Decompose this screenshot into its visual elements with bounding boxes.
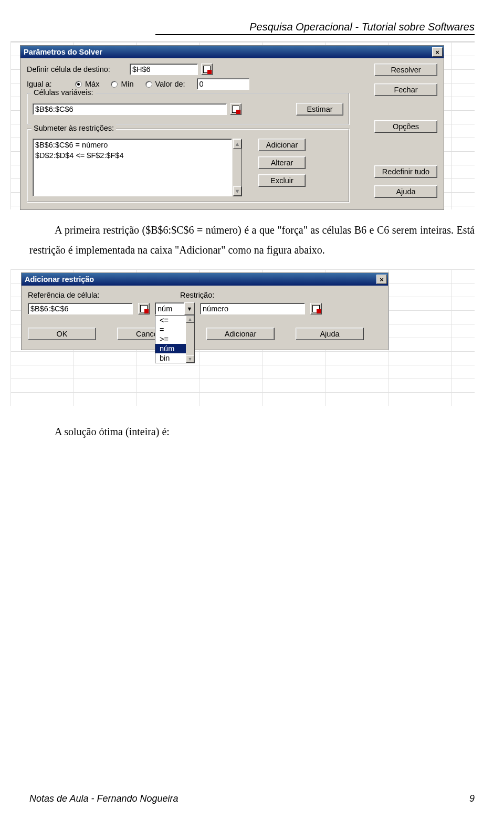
chevron-down-icon[interactable]: ▼ <box>184 302 195 315</box>
estimate-button[interactable]: Estimar <box>296 103 343 116</box>
ref-input[interactable]: $B$6:$C$6 <box>28 303 133 314</box>
solver-title: Parâmetros do Solver <box>24 48 102 56</box>
label-ref: Referência de célula: <box>28 291 164 299</box>
addc-title: Adicionar restrição <box>25 275 94 284</box>
scroll-up-icon[interactable]: ▲ <box>186 316 194 323</box>
add-button[interactable]: Adicionar <box>206 328 275 340</box>
scroll-up-icon[interactable]: ▲ <box>233 139 242 149</box>
close-button[interactable]: Fechar <box>374 83 437 96</box>
op-option[interactable]: = <box>155 325 186 334</box>
label-target: Definir célula de destino: <box>27 65 127 74</box>
operator-combo[interactable]: núm ▼ <= = >= núm bin ▲ <box>155 302 195 315</box>
delete-button[interactable]: Excluir <box>258 174 306 187</box>
constraints-list[interactable]: $B$6:$C$6 = número $D$2:$D$4 <= $F$2:$F$… <box>33 139 232 196</box>
scroll-down-icon[interactable]: ▼ <box>233 186 242 196</box>
constraint-input[interactable]: número <box>200 303 305 314</box>
addc-titlebar: Adicionar restrição × <box>22 273 388 286</box>
op-option-selected[interactable]: núm <box>155 344 186 353</box>
help-button[interactable]: Ajuda <box>296 328 364 340</box>
refedit-icon[interactable] <box>230 103 242 115</box>
ok-button[interactable]: OK <box>28 328 96 340</box>
close-icon[interactable]: × <box>432 47 443 57</box>
dropdown-scrollbar[interactable]: ▲ ▼ <box>186 316 194 363</box>
resolve-button[interactable]: Resolver <box>374 64 437 76</box>
doc-header: Pesquisa Operacional - Tutorial sobre So… <box>155 21 475 35</box>
scroll-down-icon[interactable]: ▼ <box>186 355 194 363</box>
add-button[interactable]: Adicionar <box>258 139 306 151</box>
footer-left: Notas de Aula - Fernando Nogueira <box>29 793 178 804</box>
solver-titlebar: Parâmetros do Solver × <box>20 46 444 58</box>
radio-min[interactable]: Mín <box>111 80 133 88</box>
label-equal: Igual a: <box>27 80 64 88</box>
body-para-1: A primeira restrição ($B$6:$C$6 = número… <box>29 220 475 260</box>
valueof-input[interactable]: 0 <box>197 78 249 90</box>
reset-button[interactable]: Redefinir tudo <box>374 165 437 178</box>
body-para-2: A solução ótima (inteira) é: <box>29 422 475 442</box>
close-icon[interactable]: × <box>376 275 387 284</box>
constraint-row: $B$6:$C$6 = número <box>35 140 229 151</box>
options-button[interactable]: Opções <box>374 120 437 133</box>
constraints-legend: Submeter às restrições: <box>32 124 116 132</box>
refedit-icon[interactable] <box>201 64 213 75</box>
footer-page: 9 <box>469 793 475 804</box>
radio-valueof[interactable]: Valor de: <box>145 80 185 88</box>
target-cell-input[interactable]: $H$6 <box>130 64 198 75</box>
help-button[interactable]: Ajuda <box>374 185 437 198</box>
refedit-icon[interactable] <box>310 303 322 314</box>
change-button[interactable]: Alterar <box>258 156 306 169</box>
radio-max[interactable]: Máx <box>75 80 99 88</box>
refedit-icon[interactable] <box>138 303 150 314</box>
op-option[interactable]: <= <box>155 316 186 325</box>
variables-legend: Células variáveis: <box>32 88 96 97</box>
variables-input[interactable]: $B$6:$C$6 <box>33 103 227 115</box>
operator-value: núm <box>155 302 184 315</box>
op-option[interactable]: >= <box>155 334 186 344</box>
list-scrollbar[interactable]: ▲ ▼ <box>233 139 242 196</box>
label-constraint: Restrição: <box>180 291 214 299</box>
constraint-row: $D$2:$D$4 <= $F$2:$F$4 <box>35 151 229 161</box>
op-option[interactable]: bin <box>155 353 186 363</box>
